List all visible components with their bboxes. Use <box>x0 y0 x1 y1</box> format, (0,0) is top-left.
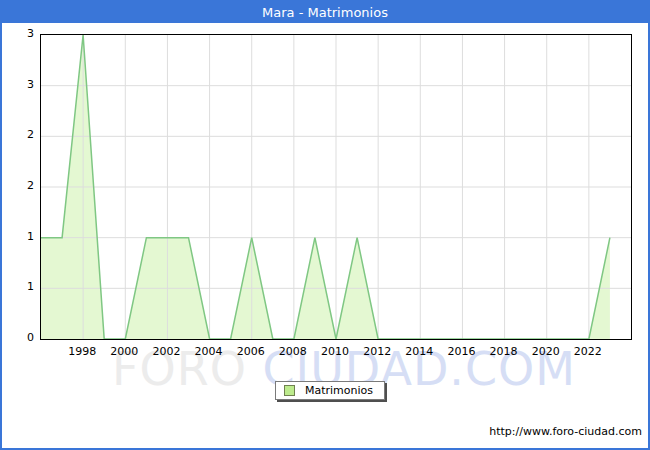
x-tick-label: 2010 <box>313 345 357 358</box>
x-tick-label: 2016 <box>439 345 483 358</box>
x-tick-label: 2004 <box>187 345 231 358</box>
x-tick-label: 2012 <box>355 345 399 358</box>
legend-label: Matrimonios <box>305 385 373 396</box>
y-tick-label: 3 <box>4 28 34 40</box>
y-tick-label: 1 <box>4 281 34 293</box>
y-tick-label: 3 <box>4 79 34 91</box>
x-tick-label: 2020 <box>524 345 568 358</box>
x-tick-label: 2008 <box>271 345 315 358</box>
footer-url: http://www.foro-ciudad.com <box>489 425 642 438</box>
area-chart <box>41 35 631 339</box>
x-tick-label: 2022 <box>566 345 610 358</box>
legend-swatch-icon <box>284 385 295 396</box>
page-title: Mara - Matrimonios <box>262 5 388 20</box>
y-tick-label: 1 <box>4 231 34 243</box>
x-tick-label: 2000 <box>102 345 146 358</box>
x-tick-label: 2014 <box>397 345 441 358</box>
x-tick-label: 2006 <box>229 345 273 358</box>
x-tick-label: 2018 <box>482 345 526 358</box>
chart-window: Mara - Matrimonios FORO CIUDAD.COM 33221… <box>0 0 650 450</box>
title-bar: Mara - Matrimonios <box>2 2 648 23</box>
x-tick-label: 2002 <box>144 345 188 358</box>
plot-area <box>40 34 632 340</box>
legend: Matrimonios <box>275 381 385 400</box>
y-tick-label: 2 <box>4 180 34 192</box>
y-tick-label: 2 <box>4 129 34 141</box>
x-tick-label: 1998 <box>60 345 104 358</box>
y-tick-label: 0 <box>4 332 34 344</box>
